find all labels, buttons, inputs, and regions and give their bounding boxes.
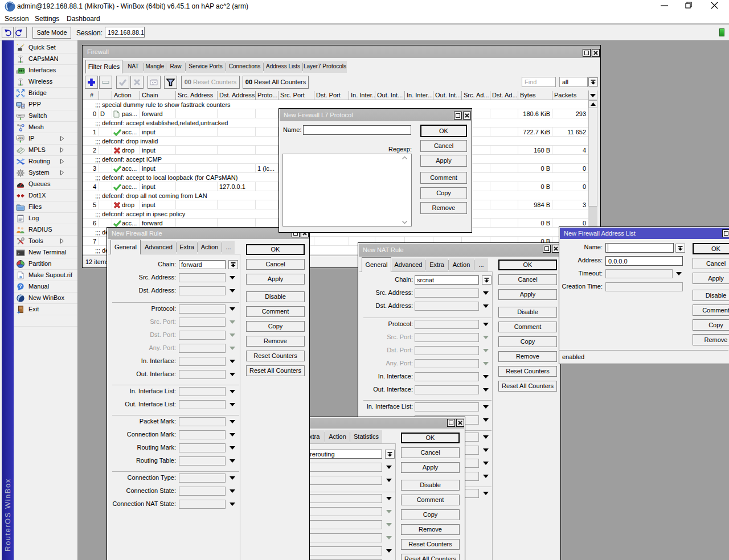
- svg-text:255: 255: [18, 136, 23, 139]
- svg-text:?: ?: [19, 283, 22, 289]
